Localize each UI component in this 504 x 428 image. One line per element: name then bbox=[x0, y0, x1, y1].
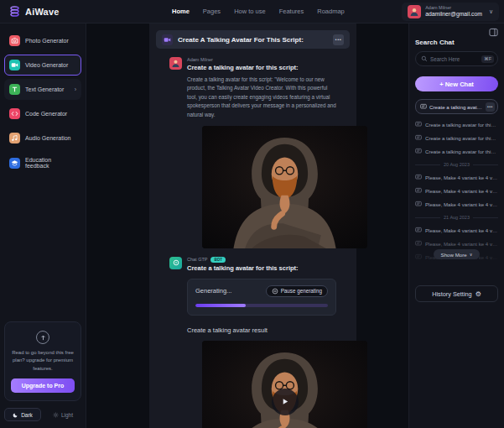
collapse-sidebar-icon[interactable] bbox=[489, 27, 498, 37]
chat-history-item[interactable]: Create a talking avatar for this scrip bbox=[415, 148, 498, 154]
bot-message: Chat GTP BOT Create a talking avatar for… bbox=[169, 257, 336, 428]
user-message-avatar bbox=[169, 57, 182, 70]
nav-how-to-use[interactable]: How to use bbox=[234, 8, 266, 15]
chat-history-label: Create a talking avatar for this scrip bbox=[425, 149, 498, 154]
logo-text: AiWave bbox=[25, 7, 60, 17]
bot-author-row: Chat GTP BOT bbox=[187, 257, 336, 263]
user-email: adamilner@gmail.com bbox=[425, 11, 482, 18]
chat-topic-icon bbox=[162, 34, 173, 45]
bot-message-title: Create a talking avatar for this script: bbox=[187, 264, 336, 272]
chat-history-item[interactable]: Create a talking avatar for this scrip bbox=[415, 134, 498, 141]
light-label: Light bbox=[61, 412, 73, 418]
chat-item-icon bbox=[415, 187, 422, 194]
education-icon bbox=[9, 158, 20, 169]
video-icon bbox=[9, 60, 20, 70]
sidebar-item-education-feedback[interactable]: Education feedback bbox=[4, 152, 81, 174]
history-setting-button[interactable]: History Setting ⚙ bbox=[415, 285, 498, 302]
chat-item-icon bbox=[415, 201, 422, 207]
chat-title: Create A Talking Avatar For This Script: bbox=[178, 36, 328, 44]
progress-bar bbox=[195, 304, 328, 307]
generating-card: Generating... Pause generating bbox=[187, 279, 336, 316]
pause-generating-button[interactable]: Pause generating bbox=[266, 285, 328, 297]
history-setting-label: History Setting bbox=[432, 290, 471, 298]
nav-pages[interactable]: Pages bbox=[203, 8, 221, 15]
chat-history-item[interactable]: Please, Make 4 variant ke 4 varian bbox=[415, 187, 498, 194]
bot-author: Chat GTP bbox=[187, 257, 207, 262]
search-input[interactable] bbox=[430, 56, 479, 62]
chat-history-item[interactable]: Please, Make 4 variant ke 4 varian bbox=[415, 174, 498, 180]
arrow-up-circle-icon bbox=[36, 331, 49, 344]
dark-mode-button[interactable]: Dark bbox=[4, 408, 41, 421]
date-divider: 20 Aug 2023 bbox=[415, 162, 498, 167]
audio-icon bbox=[9, 133, 20, 144]
sidebar-item-code-generator[interactable]: Code Generator bbox=[4, 103, 81, 124]
bot-message-content: Chat GTP BOT Create a talking avatar for… bbox=[187, 257, 336, 428]
message-title: Create a talking avatar for this script: bbox=[187, 64, 336, 71]
chat-history-label: Please, Make 4 variant ke 4 varian bbox=[425, 227, 498, 233]
user-avatar bbox=[408, 5, 421, 18]
chat-item-icon bbox=[415, 174, 422, 180]
nav-roadmap[interactable]: Roadmap bbox=[317, 8, 345, 15]
dark-label: Dark bbox=[21, 412, 33, 418]
chat-item-icon bbox=[415, 227, 422, 233]
chat-history-label: Create a talking avatar for this scrip bbox=[425, 122, 498, 128]
sidebar-item-label: Text Generator bbox=[25, 86, 64, 92]
chat-item-icon bbox=[420, 103, 427, 110]
light-mode-button[interactable]: Light bbox=[44, 408, 81, 421]
sidebar-item-label: Code Generator bbox=[25, 111, 67, 117]
pause-icon bbox=[272, 288, 278, 295]
chat-history-label: Please, Make 4 variant ke 4 varian bbox=[425, 241, 498, 247]
chat-item-menu-button[interactable]: ••• bbox=[486, 102, 495, 112]
generating-label: Generating... bbox=[195, 287, 231, 295]
chevron-right-icon: › bbox=[75, 86, 76, 92]
chat-menu-button[interactable]: ••• bbox=[333, 34, 344, 45]
sidebar-item-photo-generator[interactable]: Photo Generator bbox=[4, 30, 81, 51]
play-button[interactable] bbox=[272, 389, 299, 415]
search-shortcut-badge: ⌘F bbox=[481, 55, 494, 63]
progress-fill bbox=[195, 304, 246, 307]
bot-avatar bbox=[169, 257, 182, 269]
chat-history-item[interactable]: Please, Make 4 variant ke 4 varian bbox=[415, 240, 498, 247]
user-meta: Adam Milner adamilner@gmail.com bbox=[425, 5, 482, 18]
topbar: AiWave Home Pages How to use Features Ro… bbox=[0, 0, 504, 23]
chat-history-item[interactable]: Please, Make 4 variant ke 4 varian bbox=[415, 227, 498, 233]
nav-features[interactable]: Features bbox=[279, 8, 304, 15]
right-sidebar: Search Chat ⌘F + New Chat Create a talki… bbox=[408, 23, 504, 428]
upgrade-message: Read to go beyond this free plan? upgrad… bbox=[11, 349, 75, 373]
prompt-avatar-image bbox=[202, 126, 367, 248]
sidebar-item-video-generator[interactable]: Video Generator bbox=[4, 55, 81, 76]
chevron-down-icon: ∨ bbox=[470, 252, 473, 257]
chat-history-item[interactable]: Please, Make 4 variant ke 4 varian bbox=[415, 201, 498, 207]
active-chat-item[interactable]: Create a talking avatar for this scrip •… bbox=[415, 99, 498, 114]
chat-header: Create A Talking Avatar For This Script:… bbox=[156, 30, 350, 49]
search-icon bbox=[421, 55, 428, 62]
chat-history-item[interactable]: Create a talking avatar for this scrip bbox=[415, 121, 498, 128]
generated-avatar-video[interactable] bbox=[202, 341, 367, 428]
search-chat-title: Search Chat bbox=[415, 39, 498, 46]
text-icon bbox=[9, 84, 20, 95]
new-chat-button[interactable]: + New Chat bbox=[415, 76, 498, 91]
left-sidebar: Photo Generator Video Generator Text Gen… bbox=[0, 23, 86, 428]
active-chat-label: Create a talking avatar for this scrip bbox=[429, 104, 483, 110]
nav-home[interactable]: Home bbox=[172, 8, 190, 15]
upgrade-to-pro-button[interactable]: Upgrade to Pro bbox=[11, 378, 75, 393]
pause-label: Pause generating bbox=[281, 288, 322, 294]
moon-icon bbox=[13, 412, 18, 418]
app-logo[interactable]: AiWave bbox=[8, 5, 60, 18]
photo-icon bbox=[9, 35, 20, 46]
theme-toggle: Dark Light bbox=[4, 408, 81, 421]
main-nav: Home Pages How to use Features Roadmap bbox=[172, 8, 345, 15]
chat-item-icon bbox=[415, 148, 422, 154]
chat-item-icon bbox=[415, 240, 422, 247]
chat-history-label: Please, Make 4 variant ke 4 varian bbox=[425, 188, 498, 194]
video-overlay bbox=[202, 341, 367, 428]
sidebar-item-text-generator[interactable]: Text Generator › bbox=[4, 79, 81, 100]
bot-badge: BOT bbox=[210, 257, 226, 263]
sidebar-item-audio-generation[interactable]: Audio Generation bbox=[4, 128, 81, 149]
gear-icon: ⚙ bbox=[475, 290, 481, 298]
user-menu[interactable]: Adam Milner adamilner@gmail.com ∨ bbox=[402, 3, 499, 21]
message-author: Adam Milner bbox=[187, 57, 336, 62]
code-icon bbox=[9, 108, 20, 119]
show-more-button[interactable]: Show More ∨ bbox=[434, 249, 481, 259]
sun-icon bbox=[53, 412, 59, 418]
